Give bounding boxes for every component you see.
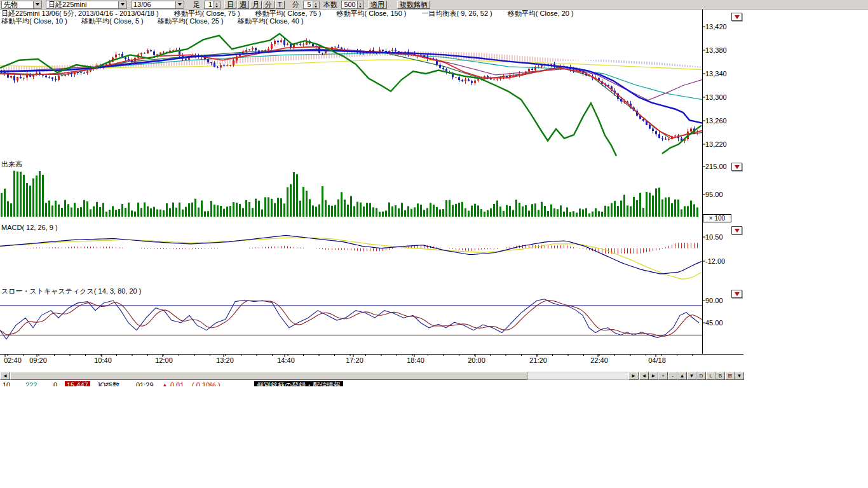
period-button[interactable]: 月 xyxy=(250,1,262,9)
volume-axis-label: 215.00 xyxy=(705,163,727,170)
time-axis-label: 18:40 xyxy=(403,356,428,364)
chart-tool-button[interactable]: ▼ xyxy=(687,372,696,380)
time-axis-label: 20:00 xyxy=(464,356,489,364)
indicator-legend-row-1: 日経225mini 13/06( 5分, 2013/04/16 - 2013/0… xyxy=(1,10,574,17)
indicator-legend-item: 一目均衡表( 9, 26, 52 ) xyxy=(422,10,492,17)
price-axis-label: 13,300 xyxy=(705,93,727,101)
scrollbar-thumb[interactable] xyxy=(10,372,527,380)
price-axis-label: 13,220 xyxy=(705,140,727,148)
price-axis-label: 13,260 xyxy=(705,117,727,125)
time-axis-label: 10:40 xyxy=(90,356,116,364)
index-value-badge: 15,447 xyxy=(65,381,90,386)
minute-value[interactable]: 5 xyxy=(304,1,313,8)
period-button[interactable]: 週 xyxy=(237,1,249,9)
time-axis-label: 21:20 xyxy=(526,356,551,364)
chevron-down-icon[interactable] xyxy=(175,1,184,8)
contract-month-select[interactable]: 13/06 xyxy=(131,1,184,9)
time-axis-label: 22:40 xyxy=(587,356,612,364)
price-panel-menu-button[interactable] xyxy=(731,13,742,21)
period-button[interactable]: 分 xyxy=(262,1,275,9)
chart-tool-button[interactable]: ⊞ xyxy=(725,372,735,380)
dropdown-arrow-icon xyxy=(735,292,740,296)
indicator-legend-item: 移動平均( Close, 75 ) xyxy=(255,10,322,17)
time-axis-label: 17:20 xyxy=(342,356,367,364)
time-axis-label: 04/18 xyxy=(644,356,670,364)
minute-stepper[interactable]: 5 xyxy=(303,1,320,9)
indicator-legend-item: 移動平均( Close, 150 ) xyxy=(337,10,407,17)
chart-tool-button[interactable]: ◄ xyxy=(639,372,649,380)
notice-banner[interactable]: 個別銘柄の登録・配信情報 xyxy=(254,381,343,386)
instrument-category-select[interactable]: 先物 xyxy=(1,1,42,9)
volume-multiplier-box: × 100 xyxy=(703,214,731,222)
status-field: 0 xyxy=(53,381,57,386)
volume-axis-label: 95.00 xyxy=(705,191,723,198)
macd-axis-label: -12.00 xyxy=(705,257,725,265)
price-axis-label: 13,340 xyxy=(705,70,727,78)
chart-canvas[interactable] xyxy=(0,0,868,488)
macd-axis-label: 10.50 xyxy=(705,233,723,241)
stoch-axis-label: 45.00 xyxy=(705,319,723,327)
interval-value[interactable]: 1 xyxy=(205,1,214,8)
status-bar: 10 222 0 15,447 JQ指数 01:29 ▲ 0.01 ( 0.10… xyxy=(0,381,868,386)
index-change: ▲ 0.01 xyxy=(161,381,184,386)
stochastics-panel-label: スロー・ストキャスティクス( 14, 3, 80, 20 ) xyxy=(1,287,141,295)
dropdown-arrow-icon xyxy=(735,165,740,169)
scroll-left-button[interactable]: ◄ xyxy=(0,372,10,380)
chart-region: 日経225mini 13/06( 5分, 2013/04/16 - 2013/0… xyxy=(0,0,868,488)
bars-count-stepper[interactable]: 500 xyxy=(341,1,364,9)
indicator-legend-item: 移動平均( Close, 10 ) xyxy=(1,17,67,25)
price-axis-label: 13,420 xyxy=(705,23,727,30)
symbol-select[interactable]: 日経225mini xyxy=(46,1,127,9)
chart-tool-button[interactable]: - xyxy=(668,372,677,380)
chart-tool-button-group: ◄►+-▲▼DLB⊞▼ xyxy=(639,372,744,380)
bars-count-value[interactable]: 500 xyxy=(342,1,357,8)
indicator-legend-item: 移動平均( Close, 40 ) xyxy=(238,17,304,25)
period-button-group: 日週月分T xyxy=(224,1,285,9)
index-name: JQ指数 xyxy=(97,381,119,386)
symbol-value: 日経225mini xyxy=(48,1,116,8)
indicator-legend-item: 移動平均( Close, 5 ) xyxy=(81,17,144,25)
indicator-legend-row-2: 移動平均( Close, 10 )移動平均( Close, 5 )移動平均( C… xyxy=(1,17,304,25)
period-button[interactable]: T xyxy=(275,1,285,9)
chart-tool-button[interactable]: ▲ xyxy=(677,372,687,380)
indicator-legend-item: 移動平均( Close, 25 ) xyxy=(158,17,224,25)
dropdown-arrow-icon xyxy=(735,229,740,233)
apply-button[interactable]: 適用 xyxy=(368,1,387,9)
chart-scrollbar-row: ◄ ► ◄►+-▲▼DLB⊞▼ xyxy=(0,372,744,381)
chart-tool-button[interactable]: L xyxy=(706,372,715,380)
instrument-category-value: 先物 xyxy=(4,1,31,8)
chart-tool-button[interactable]: + xyxy=(658,372,668,380)
chart-tool-button[interactable]: ► xyxy=(649,372,658,380)
status-time: 01:29 xyxy=(136,381,154,386)
volume-panel-menu-button[interactable] xyxy=(731,163,742,171)
chevron-down-icon[interactable] xyxy=(33,1,41,8)
chart-tool-button[interactable]: D xyxy=(696,372,706,380)
interval-stepper[interactable]: 1 xyxy=(204,1,220,9)
spinner-arrows-icon[interactable] xyxy=(357,1,363,8)
volume-panel-label: 出来高 xyxy=(1,160,22,168)
period-button[interactable]: 日 xyxy=(224,1,236,9)
scroll-right-button[interactable]: ► xyxy=(628,372,639,380)
indicator-legend-item: 移動平均( Close, 20 ) xyxy=(508,10,574,17)
time-axis-label: 09:20 xyxy=(25,356,51,364)
chevron-down-icon[interactable] xyxy=(118,1,126,8)
multi-symbol-button[interactable]: 複数銘柄 xyxy=(397,1,430,9)
macd-panel-menu-button[interactable] xyxy=(731,226,742,234)
time-axis-label: 13:20 xyxy=(212,356,238,364)
stoch-axis-label: 90.00 xyxy=(705,297,723,304)
chart-tool-button[interactable]: ▼ xyxy=(735,372,744,380)
dropdown-arrow-icon xyxy=(735,15,740,19)
indicator-legend-item: 日経225mini 13/06( 5分, 2013/04/16 - 2013/0… xyxy=(1,10,159,17)
time-axis-label: 12:00 xyxy=(151,356,177,364)
spinner-arrows-icon[interactable] xyxy=(214,1,220,8)
stochastics-panel-menu-button[interactable] xyxy=(731,290,742,298)
spinner-arrows-icon[interactable] xyxy=(313,1,319,8)
toolbar: 先物 日経225mini 13/06 足 1 日週月分T 分 5 本数 500 … xyxy=(0,0,868,10)
time-axis-label: 14:40 xyxy=(273,356,299,364)
contract-month-value: 13/06 xyxy=(133,1,173,8)
status-field: 10 xyxy=(3,381,10,386)
time-axis-label: 02:40 xyxy=(0,356,25,364)
bar-type-label: 足 xyxy=(193,1,200,8)
chart-tool-button[interactable]: B xyxy=(715,372,725,380)
price-axis-label: 13,380 xyxy=(705,46,727,54)
